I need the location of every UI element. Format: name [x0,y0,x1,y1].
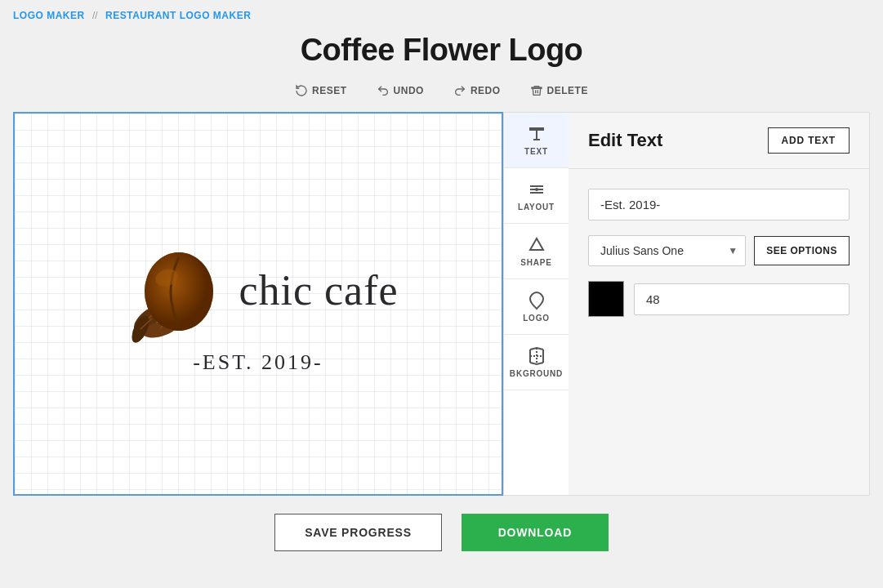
bkground-icon [527,346,546,366]
breadcrumb-restaurant-logo-maker[interactable]: RESTAURANT LOGO MAKER [105,10,251,21]
sidebar-layout-label: LAYOUT [518,203,555,212]
svg-rect-0 [532,87,542,88]
logo-content: chic cafe -EST. 2019- [118,233,398,375]
breadcrumb-separator: // [92,10,98,21]
text-icon [527,124,546,144]
shape-icon [527,235,546,255]
font-size-input[interactable] [634,283,850,315]
breadcrumb: LOGO MAKER // RESTAURANT LOGO MAKER [0,0,883,26]
svg-marker-17 [530,238,543,250]
delete-button[interactable]: DELETE [525,81,593,100]
right-panel-header: Edit Text ADD TEXT [569,113,869,169]
save-progress-button[interactable]: SAVE PROGRESS [274,514,442,551]
sidebar: TEXT LAYOUT SHAPE LOGO [503,112,569,496]
sidebar-item-logo[interactable]: LOGO [504,279,569,335]
delete-icon [530,84,543,97]
sidebar-item-shape[interactable]: SHAPE [504,224,569,279]
font-select[interactable]: Julius Sans One [588,235,746,266]
sidebar-item-layout[interactable]: LAYOUT [504,168,569,224]
undo-icon [377,84,390,97]
text-value-input[interactable] [588,189,850,220]
redo-icon [453,84,466,97]
logo-text-container: chic cafe [239,266,398,314]
redo-button[interactable]: REDO [448,81,506,100]
main-area: chic cafe -EST. 2019- TEXT LAYOU [0,112,883,496]
edit-text-title: Edit Text [588,130,662,151]
undo-button[interactable]: UNDO [372,81,429,100]
font-row: Julius Sans One ▼ SEE OPTIONS [588,235,850,266]
svg-point-8 [145,252,213,331]
sidebar-text-label: TEXT [524,147,548,156]
reset-icon [295,84,308,97]
right-panel-body: Julius Sans One ▼ SEE OPTIONS [569,169,869,336]
logo-icon-sidebar [527,291,546,310]
download-button[interactable]: DOWNLOAD [462,514,609,551]
sidebar-item-text[interactable]: TEXT [504,113,569,168]
logo-sub-text: -EST. 2019- [193,350,323,375]
logo-row: chic cafe [118,233,398,347]
logo-icon [118,233,224,347]
breadcrumb-logo-maker[interactable]: LOGO MAKER [13,10,85,21]
color-swatch[interactable] [588,281,624,317]
canvas-area: chic cafe -EST. 2019- [13,112,503,496]
logo-main-text: chic cafe [239,266,398,314]
font-select-wrapper: Julius Sans One ▼ [588,235,746,266]
reset-button[interactable]: RESET [290,81,352,100]
page-title: Coffee Flower Logo [0,33,883,68]
canvas[interactable]: chic cafe -EST. 2019- [13,112,503,496]
sidebar-shape-label: SHAPE [520,258,551,267]
toolbar: RESET UNDO REDO DELETE [0,81,883,100]
right-panel: Edit Text ADD TEXT Julius Sans One ▼ SEE… [569,112,870,496]
sidebar-item-bkground[interactable]: BKGROUND [504,335,569,390]
add-text-button[interactable]: ADD TEXT [768,127,850,154]
sidebar-logo-label: LOGO [523,314,550,323]
layout-icon [527,180,546,199]
see-options-button[interactable]: SEE OPTIONS [754,236,850,265]
size-row [588,281,850,317]
bottom-bar: SAVE PROGRESS DOWNLOAD [0,496,883,564]
svg-point-16 [536,189,537,190]
sidebar-bkground-label: BKGROUND [510,369,563,378]
